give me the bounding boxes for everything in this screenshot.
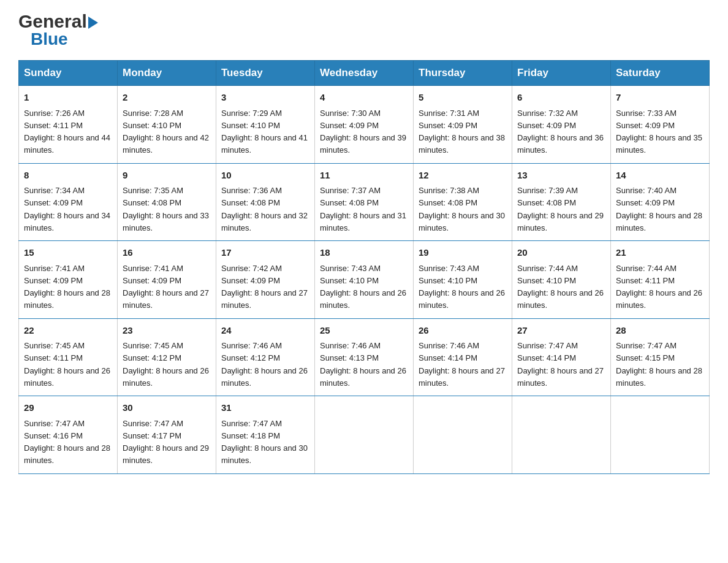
- calendar-day-cell: 19Sunrise: 7:43 AMSunset: 4:10 PMDayligh…: [414, 241, 512, 319]
- calendar-day-cell: 6Sunrise: 7:32 AMSunset: 4:09 PMDaylight…: [512, 86, 611, 164]
- day-number: 27: [517, 324, 605, 338]
- calendar-day-cell: 22Sunrise: 7:45 AMSunset: 4:11 PMDayligh…: [19, 318, 118, 396]
- day-number: 22: [24, 324, 112, 338]
- day-info: Sunrise: 7:42 AMSunset: 4:09 PMDaylight:…: [221, 264, 308, 310]
- calendar-day-cell: 14Sunrise: 7:40 AMSunset: 4:09 PMDayligh…: [611, 163, 710, 241]
- day-number: 26: [419, 324, 507, 338]
- day-info: Sunrise: 7:38 AMSunset: 4:08 PMDaylight:…: [419, 186, 505, 232]
- calendar-header: SundayMondayTuesdayWednesdayThursdayFrid…: [19, 61, 710, 86]
- day-number: 18: [320, 246, 408, 260]
- day-info: Sunrise: 7:45 AMSunset: 4:11 PMDaylight:…: [24, 341, 110, 388]
- calendar-day-cell: 8Sunrise: 7:34 AMSunset: 4:09 PMDaylight…: [19, 163, 118, 241]
- calendar-day-cell: 25Sunrise: 7:46 AMSunset: 4:13 PMDayligh…: [315, 318, 414, 396]
- calendar-day-cell: 11Sunrise: 7:37 AMSunset: 4:08 PMDayligh…: [315, 163, 414, 241]
- day-of-week-header: Saturday: [611, 61, 710, 86]
- calendar-table: SundayMondayTuesdayWednesdayThursdayFrid…: [18, 60, 710, 474]
- day-number: 17: [221, 246, 309, 260]
- day-info: Sunrise: 7:41 AMSunset: 4:09 PMDaylight:…: [24, 264, 110, 310]
- day-number: 7: [616, 91, 704, 105]
- logo: General▶ Blue: [18, 12, 98, 48]
- day-number: 31: [221, 401, 309, 415]
- day-number: 1: [24, 91, 112, 105]
- day-info: Sunrise: 7:26 AMSunset: 4:11 PMDaylight:…: [24, 109, 110, 155]
- day-of-week-header: Sunday: [19, 61, 118, 86]
- calendar-day-cell: 30Sunrise: 7:47 AMSunset: 4:17 PMDayligh…: [118, 396, 216, 474]
- header-row: SundayMondayTuesdayWednesdayThursdayFrid…: [19, 61, 710, 86]
- day-number: 10: [221, 169, 309, 183]
- day-number: 19: [419, 246, 507, 260]
- day-number: 28: [616, 324, 704, 338]
- day-info: Sunrise: 7:32 AMSunset: 4:09 PMDaylight:…: [517, 109, 604, 155]
- calendar-week-row: 1Sunrise: 7:26 AMSunset: 4:11 PMDaylight…: [19, 86, 710, 164]
- day-info: Sunrise: 7:29 AMSunset: 4:10 PMDaylight:…: [221, 109, 308, 155]
- day-info: Sunrise: 7:36 AMSunset: 4:08 PMDaylight:…: [221, 186, 308, 232]
- day-number: 5: [419, 91, 507, 105]
- calendar-day-cell: 9Sunrise: 7:35 AMSunset: 4:08 PMDaylight…: [118, 163, 216, 241]
- calendar-body: 1Sunrise: 7:26 AMSunset: 4:11 PMDaylight…: [19, 86, 710, 474]
- calendar-day-cell: 31Sunrise: 7:47 AMSunset: 4:18 PMDayligh…: [216, 396, 315, 474]
- day-number: 11: [320, 169, 408, 183]
- day-info: Sunrise: 7:43 AMSunset: 4:10 PMDaylight:…: [419, 264, 505, 310]
- day-number: 6: [517, 91, 605, 105]
- logo-blue-text: Blue: [31, 31, 68, 48]
- day-of-week-header: Thursday: [414, 61, 512, 86]
- calendar-day-cell: 28Sunrise: 7:47 AMSunset: 4:15 PMDayligh…: [611, 318, 710, 396]
- calendar-day-cell: 13Sunrise: 7:39 AMSunset: 4:08 PMDayligh…: [512, 163, 611, 241]
- calendar-day-cell: 20Sunrise: 7:44 AMSunset: 4:10 PMDayligh…: [512, 241, 611, 319]
- calendar-week-row: 8Sunrise: 7:34 AMSunset: 4:09 PMDaylight…: [19, 163, 710, 241]
- calendar-day-cell: [512, 396, 611, 474]
- day-info: Sunrise: 7:46 AMSunset: 4:13 PMDaylight:…: [320, 341, 406, 388]
- day-info: Sunrise: 7:34 AMSunset: 4:09 PMDaylight:…: [24, 186, 110, 232]
- calendar-day-cell: 16Sunrise: 7:41 AMSunset: 4:09 PMDayligh…: [118, 241, 216, 319]
- day-info: Sunrise: 7:28 AMSunset: 4:10 PMDaylight:…: [123, 109, 209, 155]
- day-of-week-header: Friday: [512, 61, 611, 86]
- calendar-day-cell: [414, 396, 512, 474]
- day-info: Sunrise: 7:47 AMSunset: 4:14 PMDaylight:…: [517, 341, 604, 388]
- day-number: 23: [123, 324, 211, 338]
- day-info: Sunrise: 7:30 AMSunset: 4:09 PMDaylight:…: [320, 109, 406, 155]
- day-info: Sunrise: 7:33 AMSunset: 4:09 PMDaylight:…: [616, 109, 702, 155]
- day-info: Sunrise: 7:39 AMSunset: 4:08 PMDaylight:…: [517, 186, 604, 232]
- calendar-day-cell: 26Sunrise: 7:46 AMSunset: 4:14 PMDayligh…: [414, 318, 512, 396]
- calendar-day-cell: 27Sunrise: 7:47 AMSunset: 4:14 PMDayligh…: [512, 318, 611, 396]
- day-info: Sunrise: 7:45 AMSunset: 4:12 PMDaylight:…: [123, 341, 209, 388]
- day-number: 2: [123, 91, 211, 105]
- day-number: 12: [419, 169, 507, 183]
- day-of-week-header: Tuesday: [216, 61, 315, 86]
- day-number: 24: [221, 324, 309, 338]
- day-info: Sunrise: 7:47 AMSunset: 4:15 PMDaylight:…: [616, 341, 702, 388]
- day-info: Sunrise: 7:47 AMSunset: 4:17 PMDaylight:…: [123, 419, 209, 465]
- day-info: Sunrise: 7:47 AMSunset: 4:18 PMDaylight:…: [221, 419, 308, 465]
- day-number: 25: [320, 324, 408, 338]
- day-number: 9: [123, 169, 211, 183]
- day-info: Sunrise: 7:46 AMSunset: 4:12 PMDaylight:…: [221, 341, 308, 388]
- day-number: 13: [517, 169, 605, 183]
- calendar-day-cell: 23Sunrise: 7:45 AMSunset: 4:12 PMDayligh…: [118, 318, 216, 396]
- calendar-day-cell: 1Sunrise: 7:26 AMSunset: 4:11 PMDaylight…: [19, 86, 118, 164]
- calendar-day-cell: 10Sunrise: 7:36 AMSunset: 4:08 PMDayligh…: [216, 163, 315, 241]
- day-info: Sunrise: 7:44 AMSunset: 4:10 PMDaylight:…: [517, 264, 604, 310]
- calendar-day-cell: 5Sunrise: 7:31 AMSunset: 4:09 PMDaylight…: [414, 86, 512, 164]
- day-number: 8: [24, 169, 112, 183]
- day-number: 14: [616, 169, 704, 183]
- day-of-week-header: Wednesday: [315, 61, 414, 86]
- calendar-day-cell: 7Sunrise: 7:33 AMSunset: 4:09 PMDaylight…: [611, 86, 710, 164]
- day-number: 20: [517, 246, 605, 260]
- day-info: Sunrise: 7:40 AMSunset: 4:09 PMDaylight:…: [616, 186, 702, 232]
- calendar-week-row: 29Sunrise: 7:47 AMSunset: 4:16 PMDayligh…: [19, 396, 710, 474]
- day-number: 15: [24, 246, 112, 260]
- day-info: Sunrise: 7:46 AMSunset: 4:14 PMDaylight:…: [419, 341, 505, 388]
- day-info: Sunrise: 7:31 AMSunset: 4:09 PMDaylight:…: [419, 109, 505, 155]
- calendar-day-cell: 12Sunrise: 7:38 AMSunset: 4:08 PMDayligh…: [414, 163, 512, 241]
- day-of-week-header: Monday: [118, 61, 216, 86]
- calendar-week-row: 22Sunrise: 7:45 AMSunset: 4:11 PMDayligh…: [19, 318, 710, 396]
- calendar-day-cell: 4Sunrise: 7:30 AMSunset: 4:09 PMDaylight…: [315, 86, 414, 164]
- calendar-day-cell: [315, 396, 414, 474]
- day-info: Sunrise: 7:41 AMSunset: 4:09 PMDaylight:…: [123, 264, 209, 310]
- day-number: 30: [123, 401, 211, 415]
- calendar-day-cell: 2Sunrise: 7:28 AMSunset: 4:10 PMDaylight…: [118, 86, 216, 164]
- day-number: 16: [123, 246, 211, 260]
- page-header: General▶ Blue: [18, 12, 710, 48]
- day-number: 4: [320, 91, 408, 105]
- calendar-day-cell: 18Sunrise: 7:43 AMSunset: 4:10 PMDayligh…: [315, 241, 414, 319]
